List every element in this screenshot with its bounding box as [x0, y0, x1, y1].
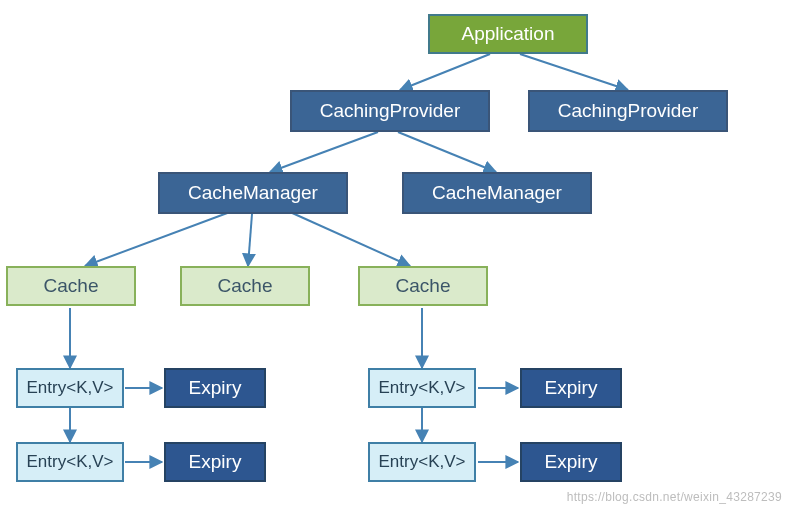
node-cache-1: Cache — [6, 266, 136, 306]
svg-line-0 — [400, 54, 490, 90]
node-entry-3b: Entry<K,V> — [368, 442, 476, 482]
node-cache-manager-1: CacheManager — [158, 172, 348, 214]
node-caching-provider-2: CachingProvider — [528, 90, 728, 132]
node-entry-1b: Entry<K,V> — [16, 442, 124, 482]
svg-line-5 — [248, 214, 252, 266]
svg-line-4 — [85, 212, 230, 266]
node-entry-3a: Entry<K,V> — [368, 368, 476, 408]
node-cache-manager-2: CacheManager — [402, 172, 592, 214]
node-entry-1a: Entry<K,V> — [16, 368, 124, 408]
node-cache-2: Cache — [180, 266, 310, 306]
svg-line-1 — [520, 54, 628, 90]
svg-line-3 — [398, 132, 496, 172]
connector-layer — [0, 0, 792, 512]
svg-line-6 — [290, 212, 410, 266]
node-cache-3: Cache — [358, 266, 488, 306]
node-expiry-3b: Expiry — [520, 442, 622, 482]
node-caching-provider-1: CachingProvider — [290, 90, 490, 132]
node-expiry-3a: Expiry — [520, 368, 622, 408]
node-application: Application — [428, 14, 588, 54]
node-expiry-1a: Expiry — [164, 368, 266, 408]
watermark-text: https://blog.csdn.net/weixin_43287239 — [567, 490, 782, 504]
svg-line-2 — [270, 132, 378, 172]
node-expiry-1b: Expiry — [164, 442, 266, 482]
